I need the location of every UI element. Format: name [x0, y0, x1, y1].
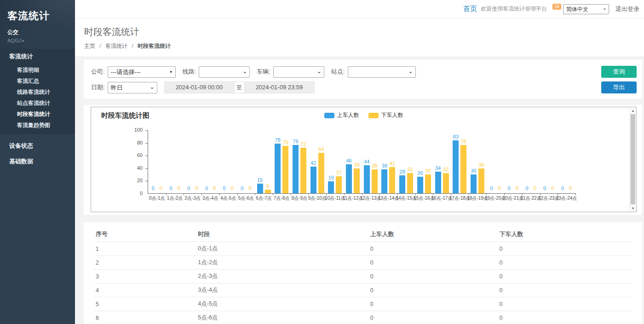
- bar-value-label: 32: [443, 167, 448, 172]
- bar-value-label: 0: [223, 185, 226, 191]
- y-axis-label: 20: [137, 178, 143, 183]
- language-select[interactable]: 简体中文: [563, 4, 609, 14]
- sidebar-item-base-data[interactable]: 基础数据: [0, 154, 75, 169]
- date-end-input[interactable]: 2024-01-09 23:59: [244, 81, 315, 93]
- table-cell: 0: [368, 284, 498, 297]
- sidebar-subitem-2[interactable]: 线路客流统计: [0, 87, 75, 98]
- bar-value-label: 39: [478, 162, 484, 168]
- station-select[interactable]: [348, 66, 416, 78]
- date-preset-select[interactable]: 昨日: [108, 82, 157, 93]
- bar-value-label: 38: [372, 163, 377, 168]
- sidebar-subitem-0[interactable]: 客流明细: [0, 64, 75, 75]
- content-area: 公司: ---请选择--- ▼ 线路: ⌄ 车辆: ⌄ 站点: [75, 57, 644, 324]
- main-area: 首页 欢迎使用客流统计管理平台 34 简体中文 ⌄ 退出登录 时段客流统计 主页…: [75, 0, 644, 324]
- bar-alighting: 76: [460, 145, 466, 193]
- y-axis-label: 100: [134, 127, 143, 133]
- table-cell: 3: [94, 270, 196, 284]
- bar-value-label: 39: [354, 162, 359, 168]
- date-start-input[interactable]: 2024-01-09 00:00: [164, 81, 235, 93]
- bar-value-label: 0: [195, 185, 198, 191]
- stats-table: 序号 时段 上车人数 下车人数 10点-1点0021点-2点0032点-3点00…: [94, 227, 632, 324]
- export-button[interactable]: 导出: [601, 81, 637, 93]
- welcome-text: 欢迎使用客流统计管理平台: [481, 5, 547, 13]
- bar-value-label: 75: [283, 139, 288, 145]
- bar-alighting: 39: [478, 168, 484, 193]
- table-cell: 1: [94, 242, 196, 256]
- line-label: 线路:: [183, 68, 196, 76]
- bar-value-label: 0: [526, 185, 529, 191]
- table-cell: 2: [94, 256, 196, 270]
- line-select[interactable]: [199, 66, 250, 78]
- scroll-up-icon[interactable]: ▲: [630, 108, 636, 114]
- bar-value-label: 38: [382, 163, 387, 168]
- query-button[interactable]: 查询: [601, 66, 637, 78]
- table-cell: 0: [368, 270, 498, 284]
- x-axis-label: 6点-7点: [256, 195, 271, 202]
- bar-value-label: 0: [543, 185, 546, 191]
- scrollbar-thumb[interactable]: [631, 114, 635, 204]
- bar-alighting: 64: [318, 153, 324, 193]
- chart-legend: 上车人数 下车人数: [324, 111, 403, 119]
- bar-alighting: 32: [443, 173, 449, 193]
- sidebar-section-passenger-stats[interactable]: 客流统计: [0, 49, 75, 64]
- bar-group-10: 192710点-11点: [326, 130, 344, 193]
- legend-item-boarding[interactable]: 上车人数: [324, 111, 359, 119]
- bar-group-19: 0019点-20点: [486, 130, 504, 193]
- bar-value-label: 64: [318, 146, 324, 152]
- vehicle-select[interactable]: [273, 66, 324, 78]
- bar-value-label: 0: [177, 185, 180, 191]
- page-title: 时段客流统计: [84, 26, 644, 38]
- x-axis-label: 7点-8点: [274, 195, 289, 202]
- bar-value-label: 0: [213, 185, 216, 191]
- sidebar-subitem-1[interactable]: 客流汇总: [0, 75, 75, 87]
- x-axis-label: 23点-24点: [556, 195, 577, 202]
- chart-panel: 时段车流统计图 上车人数 下车人数 000点-1点001点-2点002点-3点0…: [84, 105, 642, 215]
- breadcrumb-passenger-stats[interactable]: 客流统计: [105, 43, 127, 49]
- sidebar-subitem-5[interactable]: 客流量趋势图: [0, 120, 75, 131]
- bar-group-20: 0020点-21点: [504, 130, 522, 193]
- bar-group-18: 303918点-19点: [469, 130, 487, 193]
- bar-group-16: 343216点-17点: [433, 130, 451, 193]
- bar-group-8: 76728点-9点: [291, 130, 309, 193]
- scroll-down-icon[interactable]: ▼: [630, 205, 636, 211]
- station-label: 站点:: [331, 68, 345, 76]
- date-label: 日期:: [91, 83, 105, 92]
- bar-group-3: 003点-4点: [201, 130, 219, 193]
- chart-scrollbar[interactable]: ▲ ▼: [630, 108, 636, 211]
- x-axis-label: 1点-2点: [167, 195, 183, 202]
- bar-boarding: 19: [328, 181, 334, 193]
- table-cell: 0: [368, 242, 498, 256]
- sidebar-item-device-status[interactable]: 设备状态: [0, 138, 75, 154]
- breadcrumb-home[interactable]: 主页: [84, 43, 95, 49]
- bar-alighting: 30: [425, 174, 431, 193]
- bar-boarding: 26: [417, 177, 423, 193]
- chart-container: 时段车流统计图 上车人数 下车人数 000点-1点001点-2点002点-3点0…: [91, 107, 637, 212]
- x-axis-tick: [273, 193, 273, 195]
- sidebar-subitem-3[interactable]: 站点客流统计: [0, 98, 75, 109]
- bar-boarding: 42: [310, 167, 316, 193]
- vehicle-label: 车辆:: [257, 68, 270, 76]
- bar-group-22: 0022点-23点: [540, 130, 558, 193]
- bar-boarding: 15: [257, 184, 263, 193]
- home-link[interactable]: 首页: [463, 5, 477, 13]
- bar-group-0: 000点-1点: [148, 130, 166, 193]
- logout-link[interactable]: 退出登录: [615, 5, 639, 13]
- bar-boarding: 83: [453, 140, 459, 193]
- table-cell: 0: [368, 311, 498, 324]
- bar-group-13: 384113点-14点: [380, 130, 397, 193]
- legend-item-alighting[interactable]: 下车人数: [368, 111, 403, 119]
- x-axis-tick: [201, 193, 202, 195]
- company-select[interactable]: ---请选择---: [108, 66, 176, 78]
- bar-group-1: 001点-2点: [166, 130, 184, 193]
- y-axis-tick: [145, 168, 148, 169]
- sidebar-subitem-4[interactable]: 时段客流统计: [0, 109, 75, 120]
- bar-boarding: 78: [275, 144, 281, 193]
- bar-value-label: 26: [417, 170, 423, 176]
- table-panel: 序号 时段 上车人数 下车人数 10点-1点0021点-2点0032点-3点00…: [84, 222, 642, 324]
- bar-value-label: 32: [408, 167, 413, 172]
- bar-alighting: 6: [265, 190, 271, 193]
- x-axis-label: 2点-3点: [185, 195, 201, 202]
- bar-value-label: 15: [257, 177, 263, 183]
- user-dropdown[interactable]: AQGJ▾: [7, 38, 68, 43]
- filter-row-2: 日期: 昨日 ⌄ 2024-01-09 00:00 至 2024-01-09 2…: [91, 81, 635, 93]
